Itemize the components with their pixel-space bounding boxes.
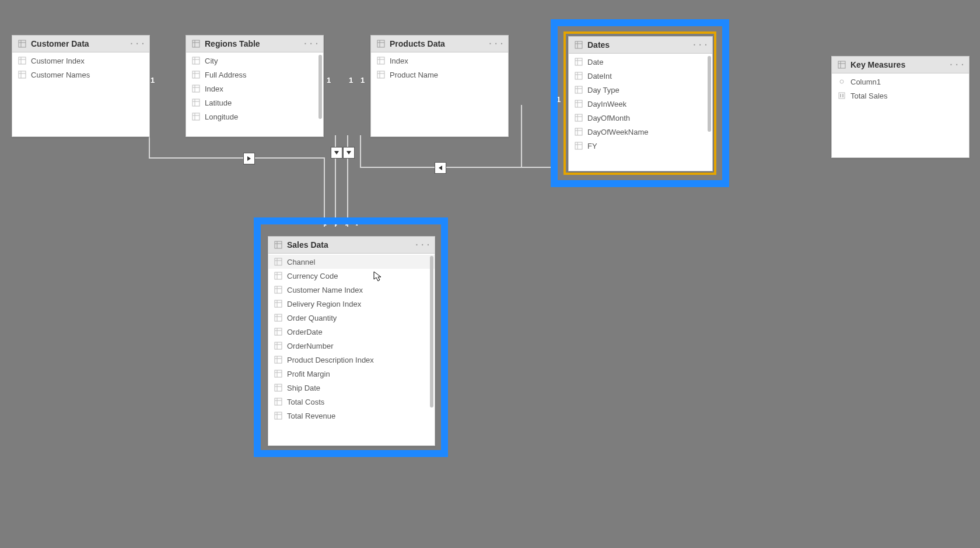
table-products[interactable]: Products Data . . . Index Product Name bbox=[370, 35, 509, 137]
column-icon bbox=[274, 398, 282, 406]
table-title: Regions Table bbox=[205, 39, 260, 48]
column-item[interactable]: Customer Index bbox=[12, 54, 149, 68]
column-item[interactable]: Index bbox=[371, 54, 508, 68]
column-item[interactable]: Customer Name Index bbox=[268, 283, 435, 297]
table-header[interactable]: Customer Data . . . bbox=[12, 36, 149, 52]
column-icon bbox=[575, 58, 583, 66]
cardinality-one: 1 bbox=[360, 76, 365, 85]
svg-rect-69 bbox=[275, 258, 282, 265]
column-item[interactable]: Date bbox=[569, 55, 712, 69]
table-header[interactable]: Dates . . . bbox=[569, 37, 712, 54]
column-item[interactable]: FY bbox=[569, 139, 712, 153]
svg-rect-6 bbox=[19, 71, 26, 78]
column-item[interactable]: Total Costs bbox=[268, 395, 435, 409]
column-icon bbox=[18, 71, 26, 79]
table-sales-data[interactable]: Sales Data . . . Channel Currency Code C… bbox=[268, 236, 435, 446]
column-label: Total Sales bbox=[850, 92, 888, 100]
column-label: Profit Margin bbox=[287, 370, 330, 378]
column-item[interactable]: Order Quantity bbox=[268, 311, 435, 325]
column-item[interactable]: Total Revenue bbox=[268, 409, 435, 423]
scrollbar[interactable] bbox=[318, 55, 322, 119]
column-item[interactable]: Channel bbox=[268, 255, 435, 269]
table-header[interactable]: Key Measures . . . bbox=[832, 57, 969, 73]
column-item[interactable]: OrderDate bbox=[268, 325, 435, 339]
column-item[interactable]: DayOfMonth bbox=[569, 111, 712, 125]
svg-rect-63 bbox=[839, 93, 845, 99]
table-menu-icon[interactable]: . . . bbox=[950, 58, 964, 67]
column-item[interactable]: DayOfWeekName bbox=[569, 125, 712, 139]
svg-rect-96 bbox=[275, 384, 282, 391]
svg-rect-75 bbox=[275, 286, 282, 293]
scrollbar[interactable] bbox=[430, 256, 433, 408]
column-item[interactable]: Product Name bbox=[371, 68, 508, 82]
column-icon bbox=[575, 142, 583, 150]
column-item[interactable]: Product Description Index bbox=[268, 353, 435, 367]
column-item[interactable]: DateInt bbox=[569, 69, 712, 83]
svg-rect-27 bbox=[377, 40, 384, 47]
column-label: Longitude bbox=[205, 113, 238, 121]
cardinality-one: 1 bbox=[349, 76, 353, 85]
column-label: Index bbox=[390, 57, 408, 65]
svg-rect-9 bbox=[192, 40, 200, 47]
table-body: City Full Address Index Latitude Longitu… bbox=[186, 52, 323, 136]
svg-rect-60 bbox=[838, 61, 845, 68]
svg-rect-99 bbox=[275, 398, 282, 405]
column-icon bbox=[575, 114, 583, 122]
svg-rect-33 bbox=[377, 71, 384, 78]
table-key-measures[interactable]: Key Measures . . . Column1 Total Sales bbox=[831, 56, 970, 158]
column-icon bbox=[274, 258, 282, 266]
table-menu-icon[interactable]: . . . bbox=[489, 37, 503, 46]
table-menu-icon[interactable]: . . . bbox=[416, 238, 430, 247]
column-item[interactable]: OrderNumber bbox=[268, 339, 435, 353]
column-icon bbox=[575, 86, 583, 94]
table-body: Column1 Total Sales bbox=[832, 73, 969, 157]
column-icon bbox=[192, 57, 200, 65]
column-item[interactable]: Ship Date bbox=[268, 381, 435, 395]
table-icon bbox=[838, 61, 846, 69]
table-menu-icon[interactable]: . . . bbox=[304, 37, 318, 46]
column-item[interactable]: Delivery Region Index bbox=[268, 297, 435, 311]
table-title: Key Measures bbox=[850, 60, 905, 69]
svg-rect-24 bbox=[192, 113, 200, 120]
column-item[interactable]: Customer Names bbox=[12, 68, 149, 82]
relationship-arrow-right-icon bbox=[243, 153, 255, 164]
column-list: Customer Index Customer Names bbox=[12, 52, 149, 83]
column-item[interactable]: City bbox=[186, 54, 323, 68]
table-dates[interactable]: Dates . . . Date DateInt Day Type DayInW… bbox=[568, 36, 713, 171]
model-canvas[interactable]: 1 1 1 1 1 **** Customer Data . . . Custo… bbox=[0, 0, 980, 548]
column-item[interactable]: Index bbox=[186, 82, 323, 96]
column-list: City Full Address Index Latitude Longitu… bbox=[186, 52, 323, 125]
table-menu-icon[interactable]: . . . bbox=[694, 38, 708, 47]
column-item[interactable]: Day Type bbox=[569, 83, 712, 97]
column-icon bbox=[192, 85, 200, 93]
column-label: Latitude bbox=[205, 99, 232, 107]
svg-rect-21 bbox=[192, 99, 200, 106]
column-item[interactable]: Column1 bbox=[832, 75, 969, 89]
svg-rect-87 bbox=[275, 342, 282, 349]
table-header[interactable]: Products Data . . . bbox=[371, 36, 508, 52]
column-item[interactable]: Total Sales bbox=[832, 89, 969, 103]
column-item[interactable]: Currency Code bbox=[268, 269, 435, 283]
column-item[interactable]: Longitude bbox=[186, 110, 323, 124]
svg-rect-18 bbox=[192, 85, 200, 92]
column-item[interactable]: Profit Margin bbox=[268, 367, 435, 381]
relationship-arrow-down-icon bbox=[343, 147, 355, 159]
table-header[interactable]: Regions Table . . . bbox=[186, 36, 323, 52]
table-header[interactable]: Sales Data . . . bbox=[268, 237, 435, 254]
column-label: Ship Date bbox=[287, 384, 320, 392]
column-item[interactable]: Full Address bbox=[186, 68, 323, 82]
table-title: Dates bbox=[587, 40, 610, 50]
column-icon bbox=[274, 328, 282, 336]
column-item[interactable]: Latitude bbox=[186, 96, 323, 110]
column-item[interactable]: DayInWeek bbox=[569, 97, 712, 111]
table-body: Date DateInt Day Type DayInWeek DayOfMon… bbox=[569, 54, 712, 171]
scrollbar[interactable] bbox=[708, 56, 711, 132]
svg-rect-102 bbox=[275, 412, 282, 419]
table-regions[interactable]: Regions Table . . . City Full Address In… bbox=[186, 35, 324, 137]
svg-rect-81 bbox=[275, 314, 282, 321]
table-menu-icon[interactable]: . . . bbox=[131, 37, 145, 46]
table-customer-data[interactable]: Customer Data . . . Customer Index Custo… bbox=[12, 35, 150, 137]
column-list: Date DateInt Day Type DayInWeek DayOfMon… bbox=[569, 54, 712, 154]
column-label: Customer Names bbox=[31, 71, 90, 79]
table-title: Products Data bbox=[390, 39, 445, 48]
